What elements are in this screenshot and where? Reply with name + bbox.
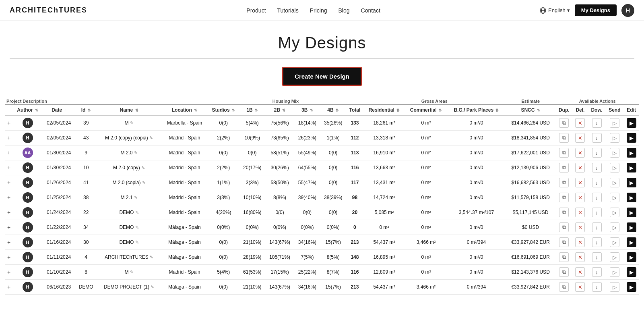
edit-button[interactable]: ▶ <box>627 118 636 128</box>
row-edit-action[interactable]: ▶ <box>623 280 639 295</box>
edit-button[interactable]: ▶ <box>627 163 636 172</box>
delete-button[interactable]: ✕ <box>575 133 585 143</box>
delete-button[interactable]: ✕ <box>575 193 585 202</box>
row-edit-action[interactable]: ▶ <box>623 190 639 205</box>
download-button[interactable]: ↓ <box>592 118 602 128</box>
row-edit-action[interactable]: ▶ <box>623 250 639 265</box>
row-expand[interactable]: + <box>5 265 13 280</box>
nav-pricing[interactable]: Pricing <box>310 7 327 14</box>
row-dup-action[interactable]: ⧉ <box>555 175 572 190</box>
send-button[interactable]: ▷ <box>610 267 619 277</box>
row-del-action[interactable]: ✕ <box>572 220 588 235</box>
col-studios[interactable]: Studios ⇅ <box>208 105 239 116</box>
row-dup-action[interactable]: ⧉ <box>555 116 572 131</box>
row-dow-action[interactable]: ↓ <box>588 280 606 295</box>
row-del-action[interactable]: ✕ <box>572 131 588 145</box>
download-button[interactable]: ↓ <box>592 178 602 187</box>
row-send-action[interactable]: ▷ <box>605 265 623 280</box>
edit-button[interactable]: ▶ <box>627 267 636 277</box>
edit-button[interactable]: ▶ <box>627 193 636 202</box>
col-date[interactable]: Date ↑ <box>42 105 75 116</box>
duplicate-button[interactable]: ⧉ <box>559 222 569 232</box>
edit-button[interactable]: ▶ <box>627 208 636 217</box>
col-2b[interactable]: 2B ⇅ <box>265 105 294 116</box>
row-dup-action[interactable]: ⧉ <box>555 190 572 205</box>
download-button[interactable]: ↓ <box>592 193 602 202</box>
col-bg-park[interactable]: B.G./ Park Places ⇅ <box>447 105 506 116</box>
delete-button[interactable]: ✕ <box>575 208 585 217</box>
row-send-action[interactable]: ▷ <box>605 190 623 205</box>
duplicate-button[interactable]: ⧉ <box>559 193 569 202</box>
row-expand[interactable]: + <box>5 145 13 160</box>
row-dup-action[interactable]: ⧉ <box>555 205 572 220</box>
row-send-action[interactable]: ▷ <box>605 280 623 295</box>
row-send-action[interactable]: ▷ <box>605 250 623 265</box>
row-del-action[interactable]: ✕ <box>572 235 588 250</box>
row-dup-action[interactable]: ⧉ <box>555 145 572 160</box>
row-edit-action[interactable]: ▶ <box>623 131 639 145</box>
send-button[interactable]: ▷ <box>610 222 619 232</box>
edit-button[interactable]: ▶ <box>627 222 636 232</box>
my-designs-button[interactable]: My Designs <box>575 4 617 16</box>
col-3b[interactable]: 3B ⇅ <box>294 105 320 116</box>
row-dow-action[interactable]: ↓ <box>588 220 606 235</box>
send-button[interactable]: ▷ <box>610 237 619 247</box>
row-dup-action[interactable]: ⧉ <box>555 160 572 175</box>
row-edit-action[interactable]: ▶ <box>623 205 639 220</box>
row-dup-action[interactable]: ⧉ <box>555 280 572 295</box>
duplicate-button[interactable]: ⧉ <box>559 148 569 158</box>
download-button[interactable]: ↓ <box>592 237 602 247</box>
row-edit-action[interactable]: ▶ <box>623 160 639 175</box>
duplicate-button[interactable]: ⧉ <box>559 178 569 187</box>
nav-tutorials[interactable]: Tutorials <box>277 7 299 14</box>
row-send-action[interactable]: ▷ <box>605 131 623 145</box>
row-dup-action[interactable]: ⧉ <box>555 220 572 235</box>
delete-button[interactable]: ✕ <box>575 267 585 277</box>
row-dow-action[interactable]: ↓ <box>588 265 606 280</box>
col-id[interactable]: Id ⇅ <box>75 105 97 116</box>
col-location[interactable]: Location ⇅ <box>161 105 208 116</box>
row-send-action[interactable]: ▷ <box>605 220 623 235</box>
row-edit-action[interactable]: ▶ <box>623 235 639 250</box>
download-button[interactable]: ↓ <box>592 252 602 262</box>
download-button[interactable]: ↓ <box>592 282 602 292</box>
row-edit-action[interactable]: ▶ <box>623 175 639 190</box>
row-expand[interactable]: + <box>5 205 13 220</box>
row-del-action[interactable]: ✕ <box>572 265 588 280</box>
row-dow-action[interactable]: ↓ <box>588 190 606 205</box>
duplicate-button[interactable]: ⧉ <box>559 252 569 262</box>
row-edit-action[interactable]: ▶ <box>623 220 639 235</box>
download-button[interactable]: ↓ <box>592 148 602 158</box>
send-button[interactable]: ▷ <box>610 252 619 262</box>
duplicate-button[interactable]: ⧉ <box>559 282 569 292</box>
row-dow-action[interactable]: ↓ <box>588 116 606 131</box>
delete-button[interactable]: ✕ <box>575 237 585 247</box>
row-send-action[interactable]: ▷ <box>605 160 623 175</box>
edit-button[interactable]: ▶ <box>627 148 636 158</box>
row-edit-action[interactable]: ▶ <box>623 265 639 280</box>
col-1b[interactable]: 1B ⇅ <box>239 105 265 116</box>
row-dup-action[interactable]: ⧉ <box>555 265 572 280</box>
send-button[interactable]: ▷ <box>610 282 619 292</box>
send-button[interactable]: ▷ <box>610 163 619 172</box>
language-selector[interactable]: English ▾ <box>539 7 570 14</box>
row-edit-action[interactable]: ▶ <box>623 116 639 131</box>
delete-button[interactable]: ✕ <box>575 118 585 128</box>
duplicate-button[interactable]: ⧉ <box>559 267 569 277</box>
create-new-design-button[interactable]: Create New Design <box>282 67 362 86</box>
nav-blog[interactable]: Blog <box>339 7 350 14</box>
row-expand[interactable]: + <box>5 175 13 190</box>
row-send-action[interactable]: ▷ <box>605 145 623 160</box>
row-dow-action[interactable]: ↓ <box>588 131 606 145</box>
download-button[interactable]: ↓ <box>592 222 602 232</box>
row-send-action[interactable]: ▷ <box>605 175 623 190</box>
edit-button[interactable]: ▶ <box>627 237 636 247</box>
send-button[interactable]: ▷ <box>610 148 619 158</box>
row-dow-action[interactable]: ↓ <box>588 160 606 175</box>
edit-button[interactable]: ▶ <box>627 178 636 187</box>
row-del-action[interactable]: ✕ <box>572 280 588 295</box>
delete-button[interactable]: ✕ <box>575 178 585 187</box>
row-expand[interactable]: + <box>5 250 13 265</box>
row-dow-action[interactable]: ↓ <box>588 235 606 250</box>
row-del-action[interactable]: ✕ <box>572 175 588 190</box>
